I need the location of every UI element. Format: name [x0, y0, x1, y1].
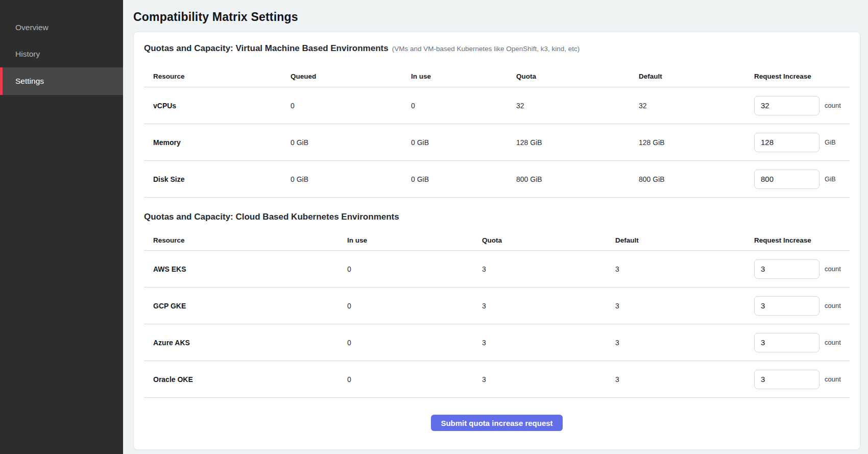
table-row-gcp-gke: GCP GKE 0 3 3 count — [144, 288, 850, 324]
vcpus-request-increase-input[interactable] — [754, 96, 819, 115]
quota-value: 128 GiB — [516, 138, 639, 147]
column-header-quota: Quota — [482, 236, 615, 244]
default-value: 128 GiB — [639, 138, 754, 147]
in-use-value: 0 GiB — [411, 138, 516, 147]
submit-row: Submit quota increase request — [144, 415, 850, 431]
vm-section-subtitle: (VMs and VM-based Kubernetes like OpenSh… — [392, 45, 580, 53]
quota-value: 3 — [482, 265, 615, 273]
vm-section-title: Quotas and Capacity: Virtual Machine Bas… — [144, 43, 850, 54]
column-header-quota: Quota — [516, 73, 639, 80]
vm-table-header: Resource Queued In use Quota Default Req… — [144, 66, 850, 87]
column-header-default: Default — [615, 236, 754, 244]
request-increase-cell: count — [754, 96, 850, 115]
unit-label: count — [825, 102, 841, 109]
queued-value: 0 GiB — [291, 138, 411, 147]
aws-eks-request-increase-input[interactable] — [754, 259, 819, 279]
vm-quota-table: Resource Queued In use Quota Default Req… — [144, 66, 850, 198]
request-increase-cell: count — [754, 370, 850, 389]
request-increase-cell: GiB — [754, 170, 850, 189]
queued-value: 0 GiB — [291, 175, 411, 183]
oracle-oke-request-increase-input[interactable] — [754, 370, 819, 389]
column-header-request-increase: Request Increase — [754, 236, 850, 244]
sidebar-item-history[interactable]: History — [0, 41, 123, 67]
unit-label: count — [825, 302, 841, 309]
default-value: 3 — [615, 265, 754, 273]
resource-label: Disk Size — [144, 175, 291, 183]
request-increase-cell: GiB — [754, 133, 850, 152]
column-header-request-increase: Request Increase — [754, 73, 850, 80]
resource-label: Azure AKS — [144, 339, 347, 347]
in-use-value: 0 — [347, 339, 482, 347]
resource-label: AWS EKS — [144, 265, 347, 273]
quota-value: 3 — [482, 302, 615, 310]
submit-quota-increase-button[interactable]: Submit quota increase request — [431, 415, 562, 431]
resource-label: Memory — [144, 138, 291, 147]
quota-value: 3 — [482, 375, 615, 384]
unit-label: GiB — [825, 175, 836, 183]
column-header-in-use: In use — [347, 236, 482, 244]
sidebar: Overview History Settings — [0, 0, 123, 454]
resource-label: Oracle OKE — [144, 375, 347, 384]
queued-value: 0 — [291, 102, 411, 110]
quota-settings-card: Quotas and Capacity: Virtual Machine Bas… — [133, 32, 860, 450]
column-header-default: Default — [639, 73, 754, 80]
page-title: Compatibility Matrix Settings — [133, 10, 860, 24]
sidebar-item-label: Overview — [15, 23, 49, 32]
unit-label: count — [825, 375, 841, 383]
unit-label: count — [825, 339, 841, 346]
sidebar-item-label: Settings — [15, 77, 44, 86]
column-header-in-use: In use — [411, 73, 516, 80]
quota-value: 32 — [516, 102, 639, 110]
cloud-section-title-text: Quotas and Capacity: Cloud Based Kuberne… — [144, 212, 399, 222]
unit-label: GiB — [825, 138, 836, 146]
column-header-resource: Resource — [144, 236, 347, 244]
table-row-oracle-oke: Oracle OKE 0 3 3 count — [144, 361, 850, 398]
in-use-value: 0 GiB — [411, 175, 516, 183]
quota-value: 800 GiB — [516, 175, 639, 183]
quota-value: 3 — [482, 339, 615, 347]
default-value: 3 — [615, 375, 754, 384]
table-row-disk-size: Disk Size 0 GiB 0 GiB 800 GiB 800 GiB Gi… — [144, 161, 850, 198]
vm-section-title-text: Quotas and Capacity: Virtual Machine Bas… — [144, 43, 389, 53]
default-value: 3 — [615, 302, 754, 310]
default-value: 3 — [615, 339, 754, 347]
request-increase-cell: count — [754, 333, 850, 352]
resource-label: vCPUs — [144, 102, 291, 110]
in-use-value: 0 — [347, 375, 482, 384]
sidebar-item-settings[interactable]: Settings — [0, 67, 123, 95]
in-use-value: 0 — [347, 302, 482, 310]
cloud-table-header: Resource In use Quota Default Request In… — [144, 230, 850, 251]
sidebar-item-overview[interactable]: Overview — [0, 14, 123, 41]
gcp-gke-request-increase-input[interactable] — [754, 296, 819, 316]
unit-label: count — [825, 265, 841, 273]
table-row-azure-aks: Azure AKS 0 3 3 count — [144, 324, 850, 361]
memory-request-increase-input[interactable] — [754, 133, 819, 152]
table-row-aws-eks: AWS EKS 0 3 3 count — [144, 251, 850, 288]
request-increase-cell: count — [754, 296, 850, 316]
cloud-section-title: Quotas and Capacity: Cloud Based Kuberne… — [144, 212, 850, 222]
default-value: 32 — [639, 102, 754, 110]
cloud-quota-table: Resource In use Quota Default Request In… — [144, 230, 850, 398]
column-header-resource: Resource — [144, 73, 291, 80]
in-use-value: 0 — [411, 102, 516, 110]
main-content: Compatibility Matrix Settings Quotas and… — [123, 0, 868, 454]
azure-aks-request-increase-input[interactable] — [754, 333, 819, 352]
resource-label: GCP GKE — [144, 302, 347, 310]
in-use-value: 0 — [347, 265, 482, 273]
table-row-memory: Memory 0 GiB 0 GiB 128 GiB 128 GiB GiB — [144, 124, 850, 161]
column-header-queued: Queued — [291, 73, 411, 80]
table-row-vcpus: vCPUs 0 0 32 32 count — [144, 87, 850, 124]
request-increase-cell: count — [754, 259, 850, 279]
default-value: 800 GiB — [639, 175, 754, 183]
disk-size-request-increase-input[interactable] — [754, 170, 819, 189]
sidebar-item-label: History — [15, 50, 40, 59]
